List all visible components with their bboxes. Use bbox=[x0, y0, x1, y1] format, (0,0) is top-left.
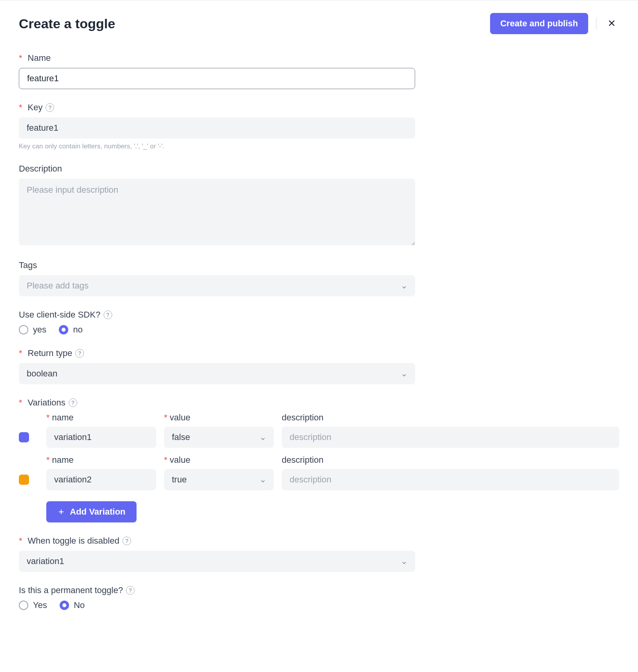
header-divider bbox=[596, 18, 596, 29]
chevron-down-icon bbox=[260, 477, 266, 483]
name-group: Name bbox=[19, 53, 415, 89]
key-group: Key ? Key can only contain letters, numb… bbox=[19, 102, 415, 150]
chevron-down-icon bbox=[401, 283, 407, 289]
client-sdk-yes-option[interactable]: yes bbox=[19, 325, 46, 335]
radio-icon bbox=[60, 601, 69, 610]
chevron-down-icon bbox=[401, 558, 407, 564]
col-value-label: value bbox=[164, 455, 274, 465]
add-variation-row: Add Variation bbox=[19, 501, 619, 522]
key-input[interactable] bbox=[19, 117, 415, 139]
help-icon: ? bbox=[126, 586, 135, 595]
header-actions: Create and publish bbox=[490, 13, 619, 34]
help-icon: ? bbox=[104, 310, 112, 319]
close-button[interactable] bbox=[604, 16, 619, 32]
variations-table: name value false description bbox=[19, 413, 619, 522]
plus-icon bbox=[57, 508, 65, 516]
tags-label: Tags bbox=[19, 260, 415, 270]
create-toggle-modal: Create a toggle Create and publish Name … bbox=[0, 0, 638, 636]
add-variation-button[interactable]: Add Variation bbox=[46, 501, 137, 522]
permanent-yes-option[interactable]: Yes bbox=[19, 600, 47, 610]
radio-icon bbox=[59, 325, 68, 334]
tags-select[interactable]: Please add tags bbox=[19, 275, 415, 296]
variation-row: name value true description bbox=[19, 455, 619, 490]
help-icon: ? bbox=[69, 398, 77, 407]
chevron-down-icon bbox=[401, 371, 407, 377]
variation-name-input[interactable] bbox=[46, 469, 156, 490]
disabled-label: When toggle is disabled ? bbox=[19, 536, 415, 546]
radio-icon bbox=[19, 325, 28, 334]
variation-name-col: name bbox=[46, 455, 156, 490]
variations-label: Variations ? bbox=[19, 398, 619, 408]
help-icon: ? bbox=[122, 537, 131, 545]
name-label: Name bbox=[19, 53, 415, 63]
col-name-label: name bbox=[46, 413, 156, 423]
variation-description-input[interactable] bbox=[282, 427, 619, 448]
help-icon: ? bbox=[75, 349, 84, 358]
client-sdk-radio-group: yes no bbox=[19, 325, 415, 335]
variation-value-select[interactable]: true bbox=[164, 469, 274, 490]
permanent-group: Is this a permanent toggle? ? Yes No bbox=[19, 585, 415, 610]
color-swatch bbox=[19, 432, 29, 442]
disabled-group: When toggle is disabled ? variation1 bbox=[19, 536, 415, 572]
variation-value-select[interactable]: false bbox=[164, 427, 274, 448]
radio-icon bbox=[19, 601, 28, 610]
client-sdk-no-option[interactable]: no bbox=[59, 325, 82, 335]
variation-description-col: description bbox=[282, 413, 619, 448]
key-label: Key ? bbox=[19, 102, 415, 113]
return-type-label: Return type ? bbox=[19, 348, 415, 358]
permanent-label: Is this a permanent toggle? ? bbox=[19, 585, 415, 595]
create-publish-button[interactable]: Create and publish bbox=[490, 13, 588, 34]
col-value-label: value bbox=[164, 413, 274, 423]
return-type-select[interactable]: boolean bbox=[19, 363, 415, 384]
variation-name-input[interactable] bbox=[46, 427, 156, 448]
variation-value-col: value false bbox=[164, 413, 274, 448]
description-group: Description bbox=[19, 164, 415, 247]
disabled-select[interactable]: variation1 bbox=[19, 551, 415, 572]
col-description-label: description bbox=[282, 413, 619, 423]
key-helper-text: Key can only contain letters, numbers, '… bbox=[19, 142, 415, 150]
permanent-no-option[interactable]: No bbox=[60, 600, 85, 610]
client-sdk-group: Use client-side SDK? ? yes no bbox=[19, 310, 415, 335]
help-icon: ? bbox=[46, 103, 54, 112]
toggle-form: Name Key ? Key can only contain letters,… bbox=[19, 53, 619, 610]
description-label: Description bbox=[19, 164, 415, 174]
variation-description-input[interactable] bbox=[282, 469, 619, 490]
variation-value-col: value true bbox=[164, 455, 274, 490]
permanent-radio-group: Yes No bbox=[19, 600, 415, 610]
col-description-label: description bbox=[282, 455, 619, 465]
variation-row: name value false description bbox=[19, 413, 619, 448]
client-sdk-label: Use client-side SDK? ? bbox=[19, 310, 415, 320]
modal-header: Create a toggle Create and publish bbox=[19, 13, 619, 34]
description-input[interactable] bbox=[19, 179, 415, 245]
modal-title: Create a toggle bbox=[19, 16, 115, 31]
tags-group: Tags Please add tags bbox=[19, 260, 415, 296]
variation-name-col: name bbox=[46, 413, 156, 448]
name-input[interactable] bbox=[19, 68, 415, 89]
return-type-group: Return type ? boolean bbox=[19, 348, 415, 384]
close-icon bbox=[607, 18, 617, 29]
variation-description-col: description bbox=[282, 455, 619, 490]
chevron-down-icon bbox=[260, 434, 266, 440]
variations-group: Variations ? name value false bbox=[19, 398, 619, 522]
color-swatch bbox=[19, 475, 29, 485]
col-name-label: name bbox=[46, 455, 156, 465]
